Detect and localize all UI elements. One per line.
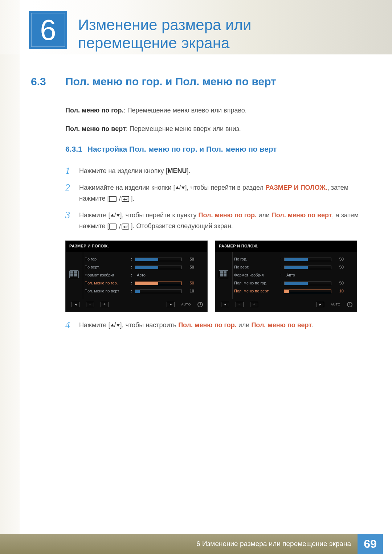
- osd-row-menu-v: Пол. меню по верт:10: [85, 287, 204, 295]
- svg-marker-11: [117, 324, 120, 327]
- source-enter-icon: /: [109, 193, 131, 204]
- osd-btn-minus-icon: −: [236, 302, 244, 307]
- osd-controls: ◂ − + ▸ AUTO: [66, 297, 207, 309]
- step-text: Нажимайте на изделии кнопки [/], чтобы п…: [79, 182, 361, 204]
- osd-power-icon: [347, 302, 352, 307]
- intro-line-1: Пол. меню по гор.: Перемещение меню влев…: [65, 105, 361, 116]
- steps-list: 1 Нажмите на изделии кнопку [MENU]. 2 На…: [65, 166, 361, 232]
- step-number: 2: [65, 182, 73, 193]
- up-down-icon: /: [110, 320, 120, 331]
- intro-text-1: : Перемещение меню влево или вправо.: [124, 107, 247, 114]
- svg-marker-10: [111, 324, 114, 327]
- svg-marker-5: [111, 214, 114, 217]
- footer-page-number: 69: [358, 534, 383, 554]
- svg-rect-2: [110, 196, 117, 202]
- osd-auto-label: AUTO: [331, 302, 340, 307]
- osd-row-hpos: По гор.:50: [234, 255, 354, 263]
- step-1: 1 Нажмите на изделии кнопку [MENU].: [65, 166, 361, 177]
- section-number: 6.3: [31, 75, 65, 88]
- svg-marker-0: [176, 186, 179, 189]
- up-down-icon: /: [175, 182, 185, 193]
- chapter-header: 6 Изменение размера или перемещение экра…: [0, 0, 392, 52]
- section-title: Пол. меню по гор. и Пол. меню по верт: [65, 75, 276, 88]
- intro-label-1: Пол. меню по гор.: [65, 107, 124, 114]
- step-text: Нажмите [/], чтобы перейти к пункту Пол.…: [79, 210, 361, 232]
- menu-key-label: MENU: [168, 167, 187, 175]
- osd-row-vpos: По верт.:50: [234, 263, 354, 271]
- highlight-menu-v: Пол. меню по верт: [251, 321, 312, 329]
- step-text: Нажмите [/], чтобы настроить Пол. меню п…: [79, 320, 361, 331]
- subsection-title: Настройка Пол. меню по гор. и Пол. меню …: [87, 143, 277, 155]
- chapter-number-badge: 6: [29, 11, 67, 49]
- highlight-size-pos: РАЗМЕР И ПОЛОЖ.: [265, 184, 327, 191]
- intro-text-2: : Перемещение меню вверх или вниз.: [126, 125, 241, 132]
- step-number: 1: [65, 166, 73, 176]
- osd-title: РАЗМЕР И ПОЛОЖ.: [215, 241, 357, 252]
- osd-divider: [83, 252, 83, 299]
- section-heading: 6.3 Пол. меню по гор. и Пол. меню по вер…: [31, 75, 361, 88]
- osd-btn-play-icon: ▸: [167, 302, 175, 307]
- up-down-icon: /: [110, 210, 120, 221]
- osd-category-icon: [66, 252, 82, 297]
- footer-breadcrumb: 6 Изменение размера или перемещение экра…: [0, 534, 358, 554]
- osd-row-format: Формат изобр-я:Авто: [85, 271, 204, 279]
- intro-label-2: Пол. меню по верт: [65, 125, 126, 132]
- svg-marker-4: [123, 198, 124, 200]
- osd-examples: РАЗМЕР И ПОЛОЖ. По гор.:50 По верт.:50 Ф…: [65, 241, 361, 312]
- steps-list-cont: 4 Нажмите [/], чтобы настроить Пол. меню…: [65, 320, 361, 331]
- svg-marker-1: [181, 186, 185, 189]
- footer-end: [383, 534, 392, 554]
- osd-btn-minus-icon: −: [86, 302, 94, 307]
- osd-btn-plus-icon: +: [250, 302, 258, 307]
- step-number: 4: [65, 320, 73, 331]
- osd-auto-label: AUTO: [181, 302, 191, 307]
- osd-category-icon: [215, 252, 232, 297]
- chapter-number: 6: [40, 13, 56, 47]
- subsection-heading: 6.3.1 Настройка Пол. меню по гор. и Пол.…: [65, 143, 361, 155]
- osd-btn-play-icon: ▸: [316, 302, 324, 307]
- osd-row-menu-v: Пол. меню по верт:10: [234, 287, 354, 295]
- highlight-menu-v: Пол. меню по верт: [271, 212, 332, 219]
- page-footer: 6 Изменение размера или перемещение экра…: [0, 534, 392, 554]
- osd-row-menu-h: Пол. меню по гор.:50: [234, 279, 354, 287]
- subsection-number: 6.3.1: [65, 143, 82, 155]
- chapter-title: Изменение размера или перемещение экрана: [78, 11, 354, 52]
- osd-btn-back-icon: ◂: [72, 302, 79, 307]
- osd-row-vpos: По верт.:50: [85, 263, 204, 271]
- step-4: 4 Нажмите [/], чтобы настроить Пол. меню…: [65, 320, 361, 331]
- osd-controls: ◂ − + ▸ AUTO: [215, 297, 357, 309]
- osd-panel-h: РАЗМЕР И ПОЛОЖ. По гор.:50 По верт.:50 Ф…: [65, 241, 208, 312]
- osd-row-menu-h: Пол. меню по гор.:50: [85, 279, 204, 287]
- intro-block: Пол. меню по гор.: Перемещение меню влев…: [65, 105, 361, 331]
- osd-panel-v: РАЗМЕР И ПОЛОЖ. По гор.:50 По верт.:50 Ф…: [215, 241, 357, 312]
- osd-title: РАЗМЕР И ПОЛОЖ.: [66, 241, 207, 252]
- osd-row-hpos: По гор.:50: [85, 255, 204, 263]
- svg-rect-8: [122, 224, 129, 229]
- highlight-menu-h: Пол. меню по гор.: [198, 212, 257, 219]
- step-3: 3 Нажмите [/], чтобы перейти к пункту По…: [65, 210, 361, 232]
- osd-btn-back-icon: ◂: [221, 302, 229, 307]
- osd-divider: [232, 252, 233, 299]
- osd-row-format: Формат изобр-я:Авто: [234, 271, 354, 279]
- svg-rect-3: [122, 196, 129, 202]
- intro-line-2: Пол. меню по верт: Перемещение меню ввер…: [65, 124, 361, 134]
- svg-rect-7: [110, 224, 117, 229]
- step-number: 3: [65, 210, 73, 221]
- highlight-menu-h: Пол. меню по гор.: [178, 321, 237, 329]
- svg-marker-6: [117, 214, 120, 217]
- step-2: 2 Нажимайте на изделии кнопки [/], чтобы…: [65, 182, 361, 204]
- osd-power-icon: [197, 302, 203, 307]
- step-text: Нажмите на изделии кнопку [MENU].: [79, 166, 361, 177]
- osd-btn-plus-icon: +: [101, 302, 109, 307]
- svg-marker-9: [123, 226, 124, 228]
- source-enter-icon: /: [109, 221, 131, 232]
